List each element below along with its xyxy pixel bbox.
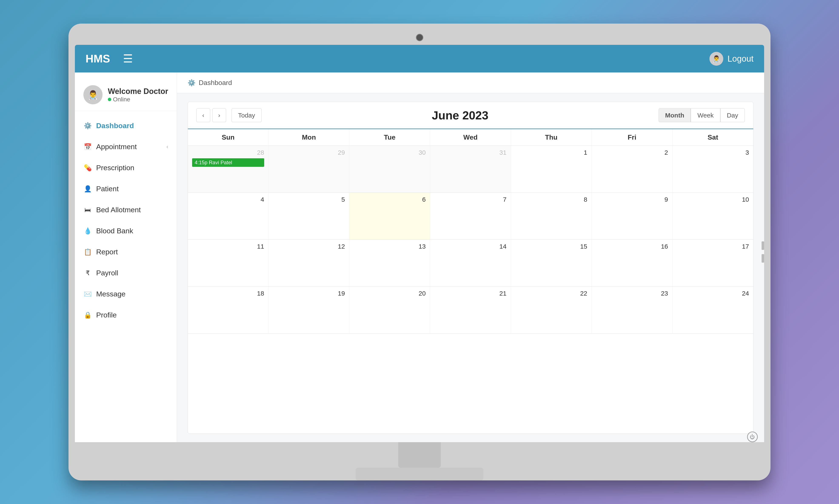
sidebar-label-appointment: Appointment xyxy=(96,143,162,151)
user-status-container: Online xyxy=(108,96,168,103)
cal-cell-21[interactable]: 21 xyxy=(430,287,511,334)
hamburger-icon[interactable]: ☰ xyxy=(123,52,709,65)
bed-icon: 🛏 xyxy=(83,206,92,214)
cal-cell-18[interactable]: 18 xyxy=(188,287,269,334)
main-layout: 👨‍⚕️ Welcome Doctor Online ⚙️ Dashboard xyxy=(75,72,764,442)
day-header-mon: Mon xyxy=(269,129,349,146)
cal-cell-9[interactable]: 9 xyxy=(592,193,673,239)
monitor-stand xyxy=(75,442,764,481)
cal-cell-31-prev[interactable]: 31 xyxy=(430,146,511,193)
monitor-camera xyxy=(416,34,423,41)
date-num: 30 xyxy=(354,149,426,156)
date-num: 17 xyxy=(677,243,749,250)
date-num: 3 xyxy=(677,149,749,156)
calendar-month-button[interactable]: Month xyxy=(658,108,691,122)
date-num: 7 xyxy=(434,196,507,203)
breadcrumb-icon: ⚙️ xyxy=(188,79,195,87)
cal-cell-17[interactable]: 17 xyxy=(672,240,753,286)
date-num: 22 xyxy=(515,290,587,297)
cal-cell-29-prev[interactable]: 29 xyxy=(269,146,349,193)
calendar-weeks: 28 4:15p Ravi Patel 29 30 xyxy=(188,146,753,334)
sidebar-item-report[interactable]: 📋 Report xyxy=(75,241,177,263)
avatar: 👨‍⚕️ xyxy=(709,52,723,66)
logout-button[interactable]: Logout xyxy=(727,54,753,64)
date-num: 16 xyxy=(596,243,668,250)
day-header-fri: Fri xyxy=(592,129,673,146)
sidebar-item-blood-bank[interactable]: 💧 Blood Bank xyxy=(75,220,177,241)
app-title: HMS xyxy=(86,52,110,65)
calendar-prev-button[interactable]: ‹ xyxy=(196,108,210,122)
monitor-side-buttons xyxy=(761,241,764,263)
sidebar-label-dashboard: Dashboard xyxy=(96,122,168,130)
cal-cell-10[interactable]: 10 xyxy=(672,193,753,239)
cal-cell-12[interactable]: 12 xyxy=(269,240,349,286)
date-num: 28 xyxy=(192,149,264,156)
blood-icon: 💧 xyxy=(83,227,92,235)
sidebar: 👨‍⚕️ Welcome Doctor Online ⚙️ Dashboard xyxy=(75,72,177,442)
sidebar-item-payroll[interactable]: ₹ Payroll xyxy=(75,263,177,284)
date-num: 31 xyxy=(434,149,507,156)
date-num: 1 xyxy=(515,149,587,156)
day-header-tue: Tue xyxy=(349,129,430,146)
patient-icon: 👤 xyxy=(83,185,92,193)
calendar-today-button[interactable]: Today xyxy=(232,108,262,122)
sidebar-label-blood-bank: Blood Bank xyxy=(96,227,168,235)
cal-cell-8[interactable]: 8 xyxy=(511,193,592,239)
sidebar-item-bed-allotment[interactable]: 🛏 Bed Allotment xyxy=(75,199,177,220)
sidebar-item-prescription[interactable]: 💊 Prescription xyxy=(75,157,177,178)
monitor-power-button[interactable]: ⏻ xyxy=(747,432,758,442)
monitor-screen: HMS ☰ 👨‍⚕️ Logout 👨‍⚕️ Welcome Doctor On… xyxy=(75,45,764,442)
chevron-icon: ‹ xyxy=(166,143,168,150)
cal-cell-1[interactable]: 1 xyxy=(511,146,592,193)
calendar-days-header: Sun Mon Tue Wed Thu Fri Sat xyxy=(188,129,753,146)
sidebar-nav: ⚙️ Dashboard 📅 Appointment ‹ 💊 Prescript… xyxy=(75,115,177,325)
side-btn-2 xyxy=(761,254,764,263)
calendar-grid: Sun Mon Tue Wed Thu Fri Sat xyxy=(188,129,753,334)
cal-cell-30-prev[interactable]: 30 xyxy=(349,146,430,193)
message-icon: ✉️ xyxy=(83,290,92,298)
sidebar-item-patient[interactable]: 👤 Patient xyxy=(75,178,177,199)
date-num: 8 xyxy=(515,196,587,203)
user-section: 👨‍⚕️ Welcome Doctor Online xyxy=(75,79,177,111)
user-avatar: 👨‍⚕️ xyxy=(83,85,103,104)
cal-cell-28-prev[interactable]: 28 4:15p Ravi Patel xyxy=(188,146,269,193)
cal-cell-24[interactable]: 24 xyxy=(672,287,753,334)
cal-cell-4[interactable]: 4 xyxy=(188,193,269,239)
cal-cell-11[interactable]: 11 xyxy=(188,240,269,286)
calendar-week-3: 11 12 13 14 xyxy=(188,240,753,287)
day-header-sat: Sat xyxy=(672,129,753,146)
user-name: Welcome Doctor xyxy=(108,87,168,96)
date-num: 23 xyxy=(596,290,668,297)
cal-cell-6-today[interactable]: 6 xyxy=(349,193,430,239)
sidebar-label-payroll: Payroll xyxy=(96,269,168,277)
calendar-day-button[interactable]: Day xyxy=(720,108,745,122)
cal-cell-22[interactable]: 22 xyxy=(511,287,592,334)
content-area: ⚙️ Dashboard ‹ › Today June 2023 Month xyxy=(177,72,764,442)
calendar-nav: ‹ › Today xyxy=(196,108,262,122)
cal-cell-5[interactable]: 5 xyxy=(269,193,349,239)
cal-cell-19[interactable]: 19 xyxy=(269,287,349,334)
calendar-next-button[interactable]: › xyxy=(212,108,226,122)
cal-cell-14[interactable]: 14 xyxy=(430,240,511,286)
sidebar-item-appointment[interactable]: 📅 Appointment ‹ xyxy=(75,136,177,157)
cal-cell-7[interactable]: 7 xyxy=(430,193,511,239)
cal-cell-2[interactable]: 2 xyxy=(592,146,673,193)
navbar: HMS ☰ 👨‍⚕️ Logout xyxy=(75,45,764,72)
cal-cell-13[interactable]: 13 xyxy=(349,240,430,286)
cal-cell-20[interactable]: 20 xyxy=(349,287,430,334)
calendar-week-button[interactable]: Week xyxy=(691,108,720,122)
sidebar-item-profile[interactable]: 🔒 Profile xyxy=(75,305,177,325)
sidebar-item-message[interactable]: ✉️ Message xyxy=(75,284,177,305)
date-num: 11 xyxy=(192,243,264,250)
date-num: 20 xyxy=(354,290,426,297)
cal-cell-3[interactable]: 3 xyxy=(672,146,753,193)
calendar-event-ravi[interactable]: 4:15p Ravi Patel xyxy=(192,158,264,167)
breadcrumb-label: Dashboard xyxy=(199,79,232,87)
calendar-header: ‹ › Today June 2023 Month Week Day xyxy=(188,102,753,129)
calendar-view-buttons: Month Week Day xyxy=(658,108,745,122)
date-num: 29 xyxy=(273,149,345,156)
cal-cell-23[interactable]: 23 xyxy=(592,287,673,334)
cal-cell-16[interactable]: 16 xyxy=(592,240,673,286)
cal-cell-15[interactable]: 15 xyxy=(511,240,592,286)
sidebar-item-dashboard[interactable]: ⚙️ Dashboard xyxy=(75,115,177,136)
